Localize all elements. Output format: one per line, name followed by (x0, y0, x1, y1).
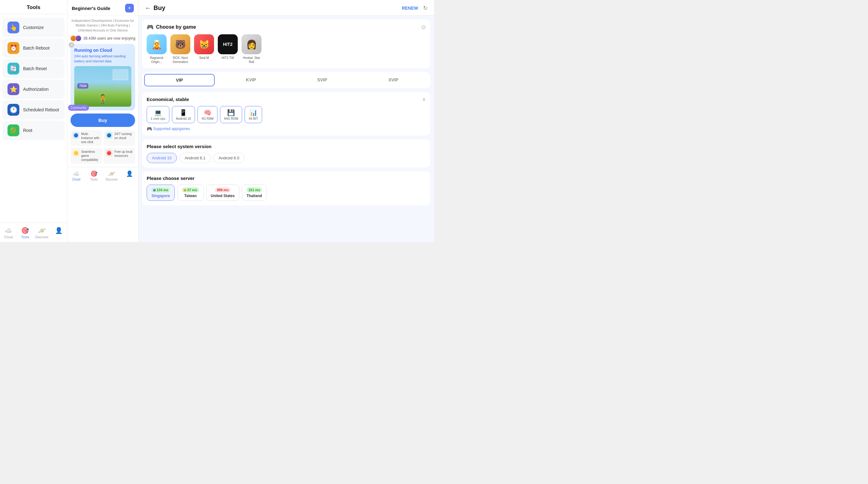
tool-root[interactable]: 🟢 Root (2, 121, 65, 140)
user-count: 38.43M users are now enjoying (67, 34, 138, 44)
scheduled-reboot-label: Scheduled Reboot (23, 107, 59, 112)
buy-content: 🎮 Choose by game ⊙ 🧝 Ragnarok Origin... … (138, 15, 434, 242)
batch-reset-label: Batch Reset (23, 66, 47, 71)
version-android10[interactable]: Android 10 (147, 153, 177, 163)
game-honkai[interactable]: 👩 Honkai: Star Rail (242, 34, 261, 64)
guide-nav-profile[interactable]: 👤 (120, 169, 138, 183)
tool-authorization[interactable]: ⭐ Authorization (2, 79, 65, 99)
tab-svip[interactable]: SVIP (287, 74, 357, 86)
batch-reset-icon: 🔄 (7, 63, 19, 74)
supported-icon: 🎮 (147, 126, 152, 131)
spec-android[interactable]: 📱 Android 10 (172, 106, 195, 123)
spec-rom[interactable]: 💾 64G ROM (220, 106, 242, 123)
guide-nav-discover[interactable]: 🪐 Discover (103, 169, 121, 183)
expand-icon[interactable]: ⊙ (421, 24, 426, 31)
nav-discover[interactable]: 🪐 Discover (34, 225, 51, 241)
tool-scheduled-reboot[interactable]: 🕐 Scheduled Reboot (2, 100, 65, 120)
system-title: Please select system version (147, 144, 426, 149)
bit-label: 64 BIT (249, 117, 258, 120)
back-button[interactable]: ← (145, 4, 151, 11)
feature-free-up-text: Free up local resources (115, 150, 133, 158)
tab-xvip[interactable]: XVIP (359, 74, 428, 86)
cpu-icon: 💻 (154, 109, 162, 116)
plan-collapse-icon[interactable]: ∧ (422, 96, 426, 102)
game-hit2[interactable]: HIT2 HIT2 TW (218, 34, 238, 64)
scheduled-reboot-icon: 🕐 (7, 104, 19, 116)
android-icon: 📱 (179, 109, 187, 116)
spec-ram[interactable]: 🧠 4G RAM (197, 106, 217, 123)
choose-game-title-row: 🎮 Choose by game (147, 24, 196, 31)
server-singapore[interactable]: 134 ms Singapore (147, 185, 175, 201)
free-up-icon: 🔴 (106, 150, 113, 157)
tools-nav-icon: 🎯 (21, 227, 29, 234)
profile-nav-icon: 👤 (55, 227, 63, 234)
rox-name: ROX: Next Generation (170, 56, 190, 64)
game-seal[interactable]: 😸 Seal M (194, 34, 214, 64)
vip-tabs: VIP KVIP SVIP XVIP (142, 72, 430, 88)
tab-vip[interactable]: VIP (144, 74, 215, 86)
spec-cpu[interactable]: 💻 1 core cpu (147, 106, 169, 123)
version-android60[interactable]: Android 6.0 (213, 153, 245, 163)
cpu-label: 1 core cpu (151, 117, 165, 120)
server-title: Please choose server (147, 175, 426, 181)
server-us[interactable]: 999 ms United States (206, 185, 240, 201)
buy-button[interactable]: Buy (70, 114, 135, 127)
guide-discover-icon: 🪐 (108, 170, 115, 177)
server-thailand[interactable]: 151 ms Thailand (242, 185, 267, 201)
rom-icon: 💾 (227, 109, 235, 116)
batch-reboot-icon: ⏰ (7, 42, 19, 54)
ragnarok-name: Ragnarok Origin... (147, 56, 166, 64)
games-row: 🧝 Ragnarok Origin... 🐻 ROX: Next Generat… (147, 34, 426, 64)
guide-profile-icon: 👤 (126, 170, 133, 177)
us-ping: 999 ms (215, 187, 230, 192)
banner-character: 🧍 (97, 94, 108, 104)
plan-section: Economical, stable ∧ 💻 1 core cpu 📱 Andr… (142, 92, 430, 136)
ragnarok-thumb: 🧝 (147, 34, 166, 54)
nav-profile[interactable]: 👤 (50, 225, 67, 241)
discover-nav-icon: 🪐 (38, 227, 46, 234)
tool-customize[interactable]: 👆 Customize (2, 18, 65, 37)
customize-label: Customize (23, 25, 44, 30)
refresh-button[interactable]: ↻ (423, 5, 428, 11)
game-rox[interactable]: 🐻 ROX: Next Generation (170, 34, 190, 64)
guide-nav-tools[interactable]: 🎯 Tools (85, 169, 103, 183)
cloud-nav-icon: ☁️ (4, 227, 12, 234)
supported-link[interactable]: 🎮 Supported app/games (147, 126, 426, 131)
feature-compatibility-text: Seamless game compatibility (81, 150, 100, 162)
cloud-nav-label: Cloud (4, 235, 13, 239)
guide-panel: Beginner's Guide + Independent Developme… (67, 0, 138, 242)
guide-discover-label: Discover (105, 178, 118, 181)
renew-button[interactable]: RENEW (402, 6, 418, 10)
seal-thumb: 😸 (194, 34, 214, 54)
choose-game-title: Choose by game (156, 24, 196, 30)
honkai-thumb: 👩 (242, 34, 261, 54)
banner-desc: 24H auto farming without needing battery… (74, 54, 131, 64)
banner-device (113, 69, 128, 80)
version-android81[interactable]: Android 8.1 (179, 153, 211, 163)
nav-tools[interactable]: 🎯 Tools (17, 225, 34, 241)
bit-icon: 📊 (250, 109, 257, 116)
banner-title: Running on Cloud (74, 48, 131, 53)
tab-kvip[interactable]: KVIP (216, 74, 286, 86)
seal-name: Seal M (199, 56, 209, 60)
community-badge[interactable]: Community (68, 105, 89, 111)
guide-nav-cloud[interactable]: ☁️ Cloud (67, 169, 85, 183)
features-grid: 🔵 Multi-Instance with one click 🔵 24/7 r… (67, 130, 138, 167)
tool-batch-reset[interactable]: 🔄 Batch Reset (2, 59, 65, 78)
banner-image: 7X24 🧍 (74, 66, 131, 107)
nav-cloud[interactable]: ☁️ Cloud (0, 225, 17, 241)
tools-panel: Tools 👆 Customize ⏰ Batch Reboot 🔄 Batch… (0, 0, 67, 242)
feature-free-up: 🔴 Free up local resources (104, 148, 135, 164)
hit2-thumb: HIT2 (218, 34, 238, 54)
compatibility-icon: 🟡 (72, 150, 79, 157)
bottom-nav: ☁️ Cloud 🎯 Tools 🪐 Discover 👤 (0, 223, 67, 242)
tool-batch-reboot[interactable]: ⏰ Batch Reboot (2, 38, 65, 58)
close-button[interactable]: ✕ (69, 42, 74, 48)
guide-add-button[interactable]: + (125, 4, 134, 12)
spec-bit[interactable]: 📊 64 BIT (245, 106, 262, 123)
tools-list: 👆 Customize ⏰ Batch Reboot 🔄 Batch Reset… (0, 14, 67, 223)
us-name: United States (211, 194, 235, 198)
server-taiwan[interactable]: 37 ms Taiwan (177, 185, 204, 201)
game-ragnarok[interactable]: 🧝 Ragnarok Origin... (147, 34, 166, 64)
authorization-icon: ⭐ (7, 83, 19, 95)
